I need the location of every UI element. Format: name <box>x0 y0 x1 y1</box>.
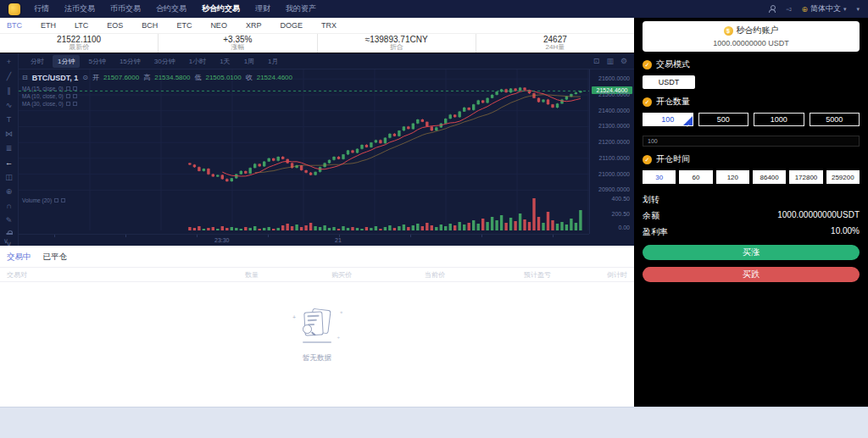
coin-tab-eth[interactable]: ETH <box>41 21 65 30</box>
nav-item-second-contract[interactable]: 秒合约交易 <box>202 3 240 14</box>
buy-down-button[interactable]: 买跌 <box>643 267 860 282</box>
crosshair-icon[interactable]: + <box>3 57 15 67</box>
volume-eye-icon[interactable] <box>54 198 58 202</box>
symbol-ohlc-line: ⊟ BTC/USDT, 1 ⊙ 开21507.6000 高21534.5800 … <box>22 73 292 82</box>
timeframe-1m[interactable]: 1分钟 <box>53 55 80 68</box>
timeframe-1d[interactable]: 1天 <box>214 55 235 68</box>
amount-option-1000[interactable]: 1000 <box>754 113 804 126</box>
ma-legend-1[interactable]: MA (15, close, 0) <box>22 86 64 91</box>
coin-tab-bch[interactable]: BCH <box>142 21 167 30</box>
time-option-120[interactable]: 120 <box>716 170 749 184</box>
time-option-60[interactable]: 60 <box>679 170 712 184</box>
fullscreen-icon[interactable]: ⊡ <box>593 57 600 65</box>
high-label: 高 <box>143 73 150 82</box>
amount-option-5000[interactable]: 5000 <box>810 113 860 126</box>
volume-legend-text[interactable]: Volume (20) <box>22 197 52 203</box>
volume-settings-icon[interactable] <box>61 198 65 202</box>
change-label: 涨幅 <box>231 44 244 52</box>
watchlist-icon[interactable]: ⊟ <box>22 74 28 81</box>
bars-pattern-icon[interactable]: ◫ <box>3 172 15 182</box>
price-axis-label: 21200.0000 <box>598 139 630 145</box>
ma-settings-icon[interactable] <box>73 102 77 106</box>
coin-tab-btc[interactable]: BTC <box>7 21 31 30</box>
time-axis[interactable]: 23:3021 <box>19 234 589 246</box>
check-icon: ✓ <box>643 60 652 69</box>
arrow-tool-icon[interactable]: ← <box>3 158 15 168</box>
top-nav: 行情 法币交易 币币交易 合约交易 秒合约交易 理财 我的资产 ◅ ⊕ 简体中文… <box>0 0 868 18</box>
language-selector[interactable]: ⊕ 简体中文 ▾ <box>801 3 846 14</box>
user-icon[interactable] <box>769 5 776 13</box>
nav-right-controls: ◅ ⊕ 简体中文 ▾ ▾ <box>769 3 860 14</box>
amount-input[interactable] <box>643 136 860 147</box>
coin-tab-doge[interactable]: DOGE <box>280 21 312 30</box>
timeframe-15m[interactable]: 15分钟 <box>114 55 146 68</box>
page-footer <box>0 407 868 438</box>
candle-style-icon[interactable]: ⊙ <box>82 74 88 81</box>
buy-up-button[interactable]: 买涨 <box>643 245 860 260</box>
nav-item-spot-trade[interactable]: 币币交易 <box>110 3 141 14</box>
nav-item-contract-trade[interactable]: 合约交易 <box>156 3 186 14</box>
symbol-name[interactable]: BTC/USDT, 1 <box>32 74 79 82</box>
curve-tool-icon[interactable]: ∿ <box>3 100 15 110</box>
ma-legend-2[interactable]: MA (10, close, 0) <box>22 93 64 99</box>
timeframe-time[interactable]: 分时 <box>25 55 49 68</box>
timeframe-5m[interactable]: 5分钟 <box>83 55 110 68</box>
time-option-259200[interactable]: 259200 <box>826 170 860 184</box>
ma-settings-icon[interactable] <box>73 94 77 98</box>
price-axis-label: 21500.0000 <box>598 91 630 97</box>
tab-trading[interactable]: 交易中 <box>7 252 31 263</box>
chart-settings-icon[interactable]: ⚙ <box>620 57 627 65</box>
cny-label: 折合 <box>390 44 403 52</box>
transfer-link[interactable]: 划转 <box>643 194 860 206</box>
nav-item-market[interactable]: 行情 <box>34 3 49 14</box>
tab-closed[interactable]: 已平仓 <box>43 252 68 263</box>
scroll-chevron-icon[interactable]: ∨ <box>3 237 8 245</box>
time-option-30[interactable]: 30 <box>643 170 676 184</box>
coin-tab-trx[interactable]: TRX <box>321 21 346 30</box>
timeframe-1h[interactable]: 1小时 <box>184 55 211 68</box>
nav-item-finance[interactable]: 理财 <box>255 3 270 14</box>
trend-line-icon[interactable]: ╱ <box>3 71 15 81</box>
coin-tab-etc[interactable]: ETC <box>176 21 201 30</box>
magnet-icon[interactable]: ∩ <box>3 201 15 211</box>
forecast-tool-icon[interactable]: ≣ <box>3 143 15 153</box>
announcement-icon[interactable]: ◅ <box>786 5 791 13</box>
coin-tab-neo[interactable]: NEO <box>210 21 236 30</box>
mode-usdt-button[interactable]: USDT <box>643 75 695 89</box>
lock-icon[interactable] <box>6 233 13 235</box>
ma-eye-icon[interactable] <box>66 86 70 91</box>
price-axis[interactable]: 21524.4600 21600.000021500.000021400.000… <box>589 69 634 234</box>
timeframe-30m[interactable]: 30分钟 <box>149 55 181 68</box>
timeframe-1mo[interactable]: 1月 <box>263 55 283 68</box>
amount-option-100[interactable]: 100✓ <box>643 113 693 126</box>
ma-legend-3[interactable]: MA (30, close, 0) <box>22 101 64 107</box>
text-tool-icon[interactable]: T <box>3 114 15 125</box>
xabcd-pattern-icon[interactable]: ⋈ <box>3 129 15 139</box>
ma-eye-icon[interactable] <box>66 102 70 106</box>
time-option-172800[interactable]: 172800 <box>789 170 822 184</box>
ma-eye-icon[interactable] <box>66 94 70 98</box>
chart-action-icons: ⊡ ▥ ⚙ <box>593 57 627 65</box>
chart-plot-area[interactable] <box>19 69 589 234</box>
ticker-bar: 21522.1100 最新价 +3.35% 涨幅 ≈139893.71CNY 折… <box>0 34 634 53</box>
candlestick-chart[interactable]: + ╱ ∥ ∿ T ⋈ ≣ ← ◫ ⊕ ∩ ✎ ∨ 分时 1 <box>0 53 634 246</box>
nav-item-assets[interactable]: 我的资产 <box>286 3 316 14</box>
header-countdown: 倒计时 <box>551 270 627 280</box>
coin-tab-xrp[interactable]: XRP <box>246 21 271 30</box>
brand-logo-icon[interactable] <box>8 3 20 15</box>
time-axis-label: 23:30 <box>214 237 230 243</box>
parallel-channel-icon[interactable]: ∥ <box>3 86 15 96</box>
coin-tab-eos[interactable]: EOS <box>107 21 132 30</box>
time-option-86400[interactable]: 86400 <box>753 170 786 184</box>
trade-mode-label: 交易模式 <box>656 58 690 70</box>
timeframe-1w[interactable]: 1周 <box>239 55 259 68</box>
brush-icon[interactable]: ✎ <box>3 215 15 225</box>
coin-tab-ltc[interactable]: LTC <box>75 21 97 30</box>
zoom-in-icon[interactable]: ⊕ <box>3 186 15 197</box>
more-chevron-icon[interactable]: ▾ <box>856 6 860 13</box>
amount-option-500[interactable]: 500 <box>698 113 749 126</box>
indicators-icon[interactable]: ▥ <box>606 57 614 65</box>
nav-item-fiat-trade[interactable]: 法币交易 <box>64 3 95 14</box>
ma-settings-icon[interactable] <box>73 86 77 91</box>
ticker-cny-equivalent: ≈139893.71CNY 折合 <box>317 34 476 53</box>
